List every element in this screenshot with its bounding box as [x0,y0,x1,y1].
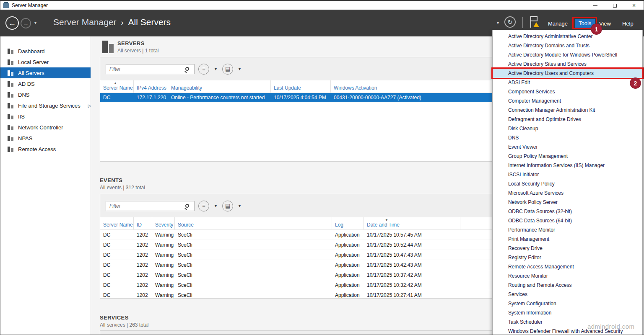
annotation-badge-1: 1 [591,23,602,35]
tools-menu-item[interactable]: Network Policy Server [493,198,642,207]
tools-menu-item[interactable]: System Configuration [493,299,642,308]
sidebar-item[interactable]: File and Storage Services ▷ [0,100,91,111]
history-chevron-down-icon[interactable]: ▾ [34,21,36,25]
column-header-manageability[interactable]: Manageability [168,80,271,93]
refresh-button[interactable]: ↻ [504,16,516,28]
event-id-cell: 1202 [134,252,152,258]
tools-menu-item[interactable]: Active Directory Module for Windows Powe… [493,50,642,59]
manage-menu[interactable]: Manage [548,21,568,27]
save-query-chevron-down-icon[interactable]: ▾ [239,204,241,208]
tools-menu-item[interactable]: Disk Cleanup [493,124,642,133]
tools-menu-item[interactable]: iSCSI Initiator [493,170,642,179]
tools-menu-item[interactable]: Defragment and Optimize Drives [493,115,642,124]
breadcrumb-root[interactable]: Server Manager [53,17,117,27]
tools-menu-item[interactable]: Local Security Policy [493,179,642,188]
tools-menu-item[interactable]: Active Directory Administrative Center [493,32,642,41]
query-list-chevron-down-icon[interactable]: ▾ [215,204,217,208]
event-server-cell: DC [100,252,134,258]
tools-menu-item[interactable]: Group Policy Management [493,152,642,161]
sidebar-item[interactable]: DNS [0,89,91,100]
tools-menu-item[interactable]: Connection Manager Administration Kit [493,106,642,115]
tools-menu-item[interactable]: Active Directory Domains and Trusts [493,41,642,50]
tools-menu-item[interactable]: Resource Monitor [493,271,642,281]
tools-menu-item[interactable]: Registry Editor [493,253,642,262]
sidebar-item[interactable]: Local Server [0,57,91,67]
tools-menu-item-label: Defragment and Optimize Drives [508,116,581,122]
column-header-server-name[interactable]: Server Name▲ [100,80,134,93]
tools-menu-item-label: Active Directory Users and Computers [508,70,594,76]
tools-menu-item[interactable]: Remote Access Management [493,262,642,271]
column-header-server-name[interactable]: Server Name [100,217,134,229]
tools-menu-item[interactable]: Event Viewer [493,142,642,152]
flag-banner [531,16,538,21]
tools-menu-item[interactable]: Microsoft Azure Services [493,188,642,198]
tools-menu-item[interactable]: Computer Management [493,96,642,106]
sidebar-item-label: Remote Access [18,146,56,152]
event-source-cell: SceCli [175,232,332,238]
window-controls: × [586,1,644,10]
save-query-chevron-down-icon[interactable]: ▾ [239,67,241,71]
restore-button[interactable] [605,1,624,10]
iis-icon [7,113,14,120]
close-button[interactable]: × [624,1,644,10]
save-query-button[interactable]: ▤ [222,64,233,75]
sidebar-item[interactable]: AD DS [0,78,91,89]
tools-menu-item[interactable]: ADSI Edit [493,78,642,87]
sidebar-item[interactable]: Network Controller [0,122,91,133]
tools-menu-item-label: Registry Editor [508,255,541,260]
event-datetime-cell: 10/17/2025 10:37:42 AM [364,272,460,278]
notifications-flag-icon[interactable] [530,16,540,28]
sidebar-item-label: Dashboard [18,48,45,54]
minimize-button[interactable] [586,1,605,10]
forward-button[interactable]: → [21,18,31,28]
query-list-chevron-down-icon[interactable]: ▾ [215,67,217,71]
tools-menu-item[interactable]: Performance Monitor [493,225,642,234]
tools-menu-item[interactable]: ODBC Data Sources (64-bit) [493,216,642,225]
events-filter-input[interactable] [106,203,185,209]
tools-menu-item[interactable]: Component Services [493,87,642,96]
help-menu[interactable]: Help [622,21,634,27]
sidebar-item[interactable]: IIS [0,111,91,122]
sidebar-item[interactable]: All Servers [0,67,91,78]
tools-menu-item[interactable]: System Information [493,308,642,317]
column-header-log[interactable]: Log [332,217,364,229]
sidebar-item[interactable]: NPAS [0,133,91,144]
tools-menu-item[interactable]: Active Directory Users and Computers [493,69,642,78]
tools-menu-item-label: Active Directory Administrative Center [508,34,592,39]
column-header-id[interactable]: ID [134,217,152,229]
tools-menu-item-label: Connection Manager Administration Kit [508,107,595,113]
column-header-severity[interactable]: Severity [152,217,175,229]
event-datetime-cell: 10/17/2025 10:42:43 AM [364,262,460,268]
event-source-cell: SceCli [175,262,332,268]
minimize-icon [593,5,597,6]
server-manager-app-icon [3,3,9,8]
servers-filter-input[interactable] [106,66,185,72]
sort-ascending-icon: ▲ [114,81,117,85]
tools-menu-item[interactable]: ODBC Data Sources (32-bit) [493,207,642,216]
sidebar-item-label: All Servers [18,70,44,76]
restore-icon [613,4,617,8]
nav-chevron-down-icon[interactable]: ▾ [497,21,499,25]
tools-menu-item[interactable]: Active Directory Sites and Services [493,59,642,69]
network-controller-icon [7,124,14,131]
sidebar-item[interactable]: Dashboard [0,46,91,57]
tools-menu-item[interactable]: Services [493,290,642,299]
event-id-cell: 1202 [134,282,152,288]
tools-menu-item[interactable]: Print Management [493,234,642,244]
query-list-button[interactable]: ≡ [198,64,209,75]
column-header-windows-activation[interactable]: Windows Activation [331,80,469,93]
file-storage-icon [7,103,14,109]
tools-menu-item[interactable]: Internet Information Services (IIS) Mana… [493,161,642,170]
column-header-date-time[interactable]: Date and Time▼ [364,217,460,229]
tools-menu-item[interactable]: Routing and Remote Access [493,281,642,290]
column-header-source[interactable]: Source [175,217,332,229]
column-header-ipv4[interactable]: IPv4 Address [134,80,168,93]
back-button[interactable]: ← [5,16,19,30]
tools-menu-item[interactable]: Recovery Drive [493,244,642,253]
local-server-icon [7,59,14,65]
sidebar-item[interactable]: Remote Access [0,144,91,155]
column-header-last-update[interactable]: Last Update [271,80,331,93]
save-query-button[interactable]: ▤ [222,201,233,211]
tools-menu-item[interactable]: DNS [493,133,642,142]
query-list-button[interactable]: ≡ [198,201,209,211]
